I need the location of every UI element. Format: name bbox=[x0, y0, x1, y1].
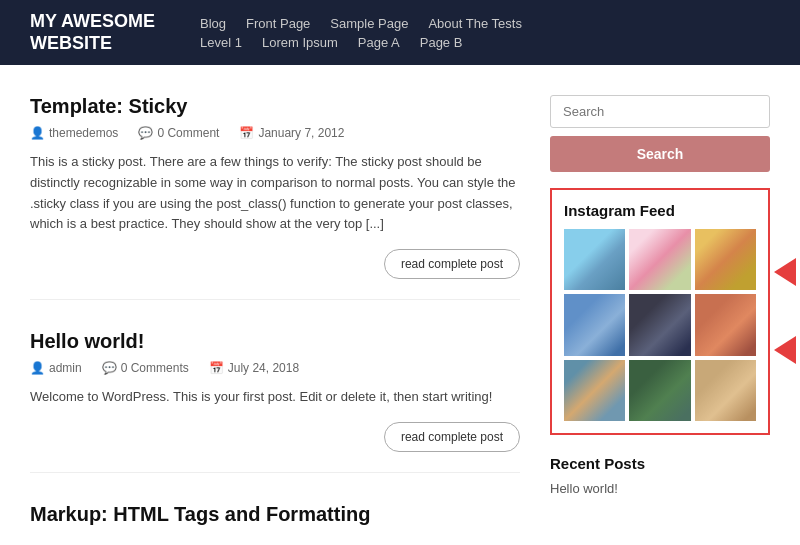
post-body-hello: Welcome to WordPress. This is your first… bbox=[30, 387, 520, 408]
post-comments-sticky: 💬 0 Comment bbox=[138, 126, 219, 140]
nav-lorem-ipsum[interactable]: Lorem Ipsum bbox=[262, 35, 338, 50]
post-hello-world: Hello world! 👤 admin 💬 0 Comments 📅 July… bbox=[30, 330, 520, 473]
main-content: Template: Sticky 👤 themedemos 💬 0 Commen… bbox=[30, 95, 520, 545]
post-date-sticky: 📅 January 7, 2012 bbox=[239, 126, 344, 140]
instagram-grid bbox=[564, 229, 756, 421]
instagram-feed: Instagram Feed bbox=[550, 188, 770, 435]
post-author-sticky: 👤 themedemos bbox=[30, 126, 118, 140]
insta-image-6[interactable] bbox=[695, 294, 756, 355]
nav-page-a[interactable]: Page A bbox=[358, 35, 400, 50]
post-meta-hello: 👤 admin 💬 0 Comments 📅 July 24, 2018 bbox=[30, 361, 520, 375]
post-author-hello: 👤 admin bbox=[30, 361, 82, 375]
comment-icon-hello: 💬 bbox=[102, 361, 117, 375]
post-title-hello: Hello world! bbox=[30, 330, 520, 353]
search-button[interactable]: Search bbox=[550, 136, 770, 172]
nav-about-tests[interactable]: About The Tests bbox=[428, 16, 521, 31]
post-date-hello: 📅 July 24, 2018 bbox=[209, 361, 299, 375]
search-input[interactable] bbox=[550, 95, 770, 128]
insta-image-9[interactable] bbox=[695, 360, 756, 421]
insta-image-4[interactable] bbox=[564, 294, 625, 355]
nav-links: Blog Front Page Sample Page About The Te… bbox=[200, 16, 522, 50]
user-icon: 👤 bbox=[30, 126, 45, 140]
arrow-bottom bbox=[774, 336, 796, 364]
site-title: MY AWESOME WEBSITE bbox=[30, 11, 160, 54]
nav-level1[interactable]: Level 1 bbox=[200, 35, 242, 50]
nav-row-2: Level 1 Lorem Ipsum Page A Page B bbox=[200, 35, 522, 50]
sidebar: Search Instagram Feed Rece bbox=[550, 95, 770, 545]
insta-image-7[interactable] bbox=[564, 360, 625, 421]
navbar: MY AWESOME WEBSITE Blog Front Page Sampl… bbox=[0, 0, 800, 65]
arrow-container bbox=[774, 258, 796, 364]
read-more-button-hello[interactable]: read complete post bbox=[384, 422, 520, 452]
recent-posts: Recent Posts Hello world! bbox=[550, 455, 770, 496]
site-title-line2: WEBSITE bbox=[30, 33, 112, 53]
insta-image-3[interactable] bbox=[695, 229, 756, 290]
calendar-icon: 📅 bbox=[239, 126, 254, 140]
post-body-sticky: This is a sticky post. There are a few t… bbox=[30, 152, 520, 235]
insta-image-5[interactable] bbox=[629, 294, 690, 355]
read-more-sticky: read complete post bbox=[30, 249, 520, 279]
arrow-top bbox=[774, 258, 796, 286]
post-sticky: Template: Sticky 👤 themedemos 💬 0 Commen… bbox=[30, 95, 520, 300]
post-markup: Markup: HTML Tags and Formatting bbox=[30, 503, 520, 545]
read-more-button-sticky[interactable]: read complete post bbox=[384, 249, 520, 279]
recent-post-hello[interactable]: Hello world! bbox=[550, 481, 618, 496]
insta-image-1[interactable] bbox=[564, 229, 625, 290]
user-icon-hello: 👤 bbox=[30, 361, 45, 375]
nav-sample-page[interactable]: Sample Page bbox=[330, 16, 408, 31]
calendar-icon-hello: 📅 bbox=[209, 361, 224, 375]
post-title-sticky: Template: Sticky bbox=[30, 95, 520, 118]
recent-posts-title: Recent Posts bbox=[550, 455, 770, 472]
post-title-markup: Markup: HTML Tags and Formatting bbox=[30, 503, 520, 526]
insta-image-2[interactable] bbox=[629, 229, 690, 290]
read-more-hello: read complete post bbox=[30, 422, 520, 452]
site-title-line1: MY AWESOME bbox=[30, 11, 155, 31]
nav-row-1: Blog Front Page Sample Page About The Te… bbox=[200, 16, 522, 31]
nav-front-page[interactable]: Front Page bbox=[246, 16, 310, 31]
page-wrapper: Template: Sticky 👤 themedemos 💬 0 Commen… bbox=[0, 65, 800, 545]
insta-image-8[interactable] bbox=[629, 360, 690, 421]
post-comments-hello: 💬 0 Comments bbox=[102, 361, 189, 375]
comment-icon: 💬 bbox=[138, 126, 153, 140]
instagram-title: Instagram Feed bbox=[564, 202, 756, 219]
nav-blog[interactable]: Blog bbox=[200, 16, 226, 31]
post-meta-sticky: 👤 themedemos 💬 0 Comment 📅 January 7, 20… bbox=[30, 126, 520, 140]
nav-page-b[interactable]: Page B bbox=[420, 35, 463, 50]
